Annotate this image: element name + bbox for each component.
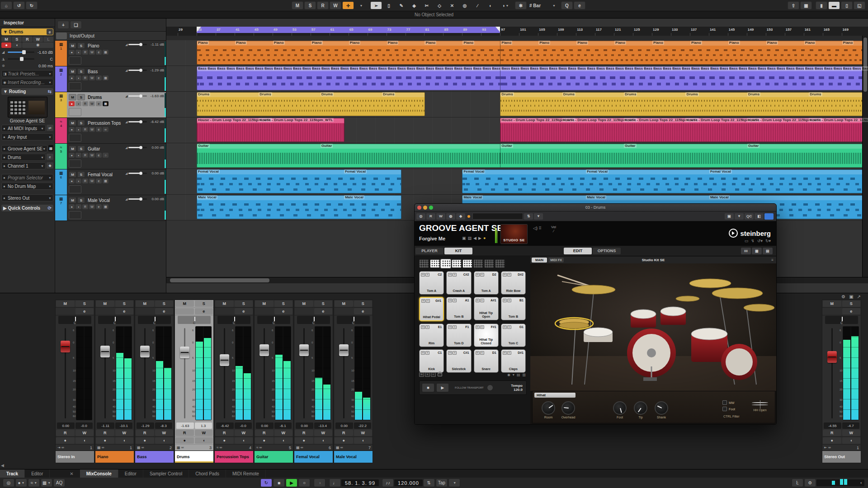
use-track-preset-button[interactable]: ❏ (70, 21, 82, 29)
channel-peak-value[interactable]: 1.3 (195, 422, 212, 429)
channel-name[interactable]: Femal Vocal (294, 450, 333, 463)
pad-snare[interactable]: msD1Snare (474, 349, 499, 373)
mixer-channel-piano[interactable]: MSeC60510152030405060-1.11-10.1RW●◖▦ ∞1P… (95, 300, 134, 463)
track-monitor-button[interactable]: ◖ (75, 101, 81, 106)
channel-pan-control[interactable]: C (217, 316, 250, 324)
split-tool[interactable]: ✂ (421, 1, 433, 9)
track-edit-button[interactable]: e (96, 127, 102, 132)
track-volume-control[interactable]: ◢-6.42 dB (125, 120, 164, 124)
channel-mute-button[interactable]: M (96, 300, 114, 307)
plugin-tab-options[interactable]: OPTIONS (593, 248, 621, 254)
jam-mode-icon[interactable]: ◉ (507, 373, 510, 377)
channel-write-button[interactable]: W (115, 430, 134, 436)
channel-monitor-button[interactable]: ◖ (314, 437, 333, 444)
pad-tom-a[interactable]: msC2Tom A (419, 271, 444, 295)
pad-group-2[interactable] (430, 259, 440, 268)
quantize-edit-button[interactable]: e (574, 1, 585, 9)
track-monitor-button[interactable]: ◖ (75, 178, 81, 183)
channel-peak-value[interactable]: -8.3 (155, 422, 173, 429)
channel-fader[interactable] (180, 347, 189, 358)
track-read-button[interactable]: R (82, 101, 88, 106)
play-tool[interactable]: ◖ (484, 1, 496, 9)
track-edit-button[interactable]: e (96, 178, 102, 183)
pad-mute-chip[interactable]: m (476, 351, 480, 355)
channel-read-button[interactable]: R (96, 430, 114, 436)
channel-solo-button[interactable]: S (155, 300, 174, 307)
channel-write-button[interactable]: W (195, 430, 213, 436)
channel-monitor-button[interactable]: ◖ (274, 437, 293, 444)
pad-ride-bow[interactable]: msD#2Ride Bow (501, 271, 526, 295)
tab-track[interactable]: Track (0, 469, 25, 478)
channel-volume-value[interactable]: 0.00 (335, 422, 353, 429)
right-zone-toggle[interactable]: ▯ (841, 1, 853, 9)
clip[interactable] (500, 144, 866, 168)
channel-record-button[interactable]: ● (56, 437, 75, 444)
channel-fader[interactable] (100, 346, 110, 357)
track-record-button[interactable]: ● (69, 101, 75, 106)
channel-solo-button[interactable]: S (75, 300, 94, 307)
pad-solo-chip[interactable]: s (480, 351, 484, 355)
track-write-button[interactable]: W (89, 153, 95, 158)
next-preset-icon[interactable]: ▶ (478, 236, 481, 240)
channel-peak-value[interactable]: -6.1 (274, 422, 292, 429)
plugin-picture-icon[interactable]: ▣ (725, 213, 734, 220)
vscroll-thumb[interactable] (863, 38, 867, 92)
track-read-button[interactable]: R (82, 50, 88, 55)
channel-write-button[interactable]: W (314, 430, 333, 436)
inspector-volume-rail[interactable] (8, 52, 34, 53)
pad-mute-chip[interactable]: m (503, 351, 507, 355)
hscroll-thumb[interactable] (170, 278, 269, 282)
pad-group-5[interactable] (462, 259, 472, 268)
pad-claps[interactable]: msD#1Claps (501, 349, 526, 373)
track-volume-control[interactable]: ◢-1.29 dB (125, 68, 164, 72)
close-lower-zone-icon[interactable]: ✕ (63, 469, 80, 478)
channel-volume-value[interactable]: -1.11 (97, 422, 114, 429)
track-mute-button[interactable]: M (69, 197, 76, 203)
browser-view-icon[interactable]: ▤ (763, 248, 773, 254)
inspector-m-button[interactable]: M (1, 37, 11, 42)
channel-peak-value[interactable]: -0.0 (75, 422, 93, 429)
channel-write-button[interactable]: W (842, 430, 861, 436)
pad-lock-icon[interactable] (438, 373, 442, 376)
channel-edit-button[interactable]: e (842, 308, 861, 314)
qc-lock-icon[interactable]: ◧ (755, 213, 764, 220)
channel-mute-button[interactable]: M (56, 300, 75, 307)
mixer-channel-femal-vocal[interactable]: MSeC605101520304050600.00-13.4RW●◖▦ ∞6Fe… (294, 300, 333, 463)
track-presets-dropdown[interactable]: ◨Track Presets...▼ (1, 70, 53, 77)
plugin-event-icon[interactable]: ◍ (446, 213, 455, 220)
load-preset-icon[interactable]: ▣ (462, 236, 466, 240)
channel-fader[interactable] (61, 341, 70, 352)
track-write-button[interactable]: W (89, 50, 95, 55)
track-record-button[interactable]: ● (69, 204, 75, 209)
color-tool[interactable]: ◑▼ (500, 1, 511, 9)
channel-volume-value[interactable]: -6.42 (216, 422, 234, 429)
pad-solo-chip[interactable]: s (453, 299, 457, 302)
channel-name[interactable]: Piano (95, 450, 134, 463)
pad-solo-chip[interactable]: s (426, 299, 430, 303)
track-monitor-button[interactable]: ◖ (75, 127, 81, 132)
inspector-record-button[interactable]: ● (1, 42, 11, 48)
track-volume-control[interactable]: ◢0.00 dB (125, 171, 164, 175)
channel-write-button[interactable]: W (155, 430, 174, 436)
channel-solo-button[interactable]: S (195, 300, 213, 307)
tab-mixconsole[interactable]: MixConsole (80, 469, 118, 478)
track-read-button[interactable]: R (82, 127, 88, 132)
channel-read-button[interactable]: R (215, 430, 234, 436)
mixer-settings-icon[interactable]: ⚙ (841, 294, 845, 299)
pad-tom-b[interactable]: msA1Tom B (446, 297, 471, 320)
inspector-volume[interactable]: ◢-1.63 dB (2, 49, 53, 55)
channel-edit-button[interactable]: e (235, 308, 253, 314)
tab-sampler-control[interactable]: Sampler Control (143, 469, 189, 478)
follow-transport-label[interactable]: FOLLOW TRANSPORT (455, 386, 484, 389)
inspector-combo-channel-1[interactable]: ●Channel 1▼ (1, 162, 46, 169)
grid-type-dropdown[interactable]: # Bar▼ (528, 1, 557, 9)
velocity-control[interactable]: Vel∕ (551, 225, 556, 233)
channel-edit-button[interactable]: e (75, 308, 94, 314)
channel-name[interactable]: Stereo Out (822, 450, 861, 463)
track-read-button[interactable]: R (82, 153, 88, 158)
record-button[interactable]: ○ (298, 479, 310, 487)
track-volume-control[interactable]: ◢-1.63 dB (125, 94, 164, 98)
track-instrument-button[interactable]: ▦ (103, 101, 108, 106)
undo-icon[interactable]: ↺ (13, 1, 25, 9)
channel-fader[interactable] (299, 344, 309, 356)
